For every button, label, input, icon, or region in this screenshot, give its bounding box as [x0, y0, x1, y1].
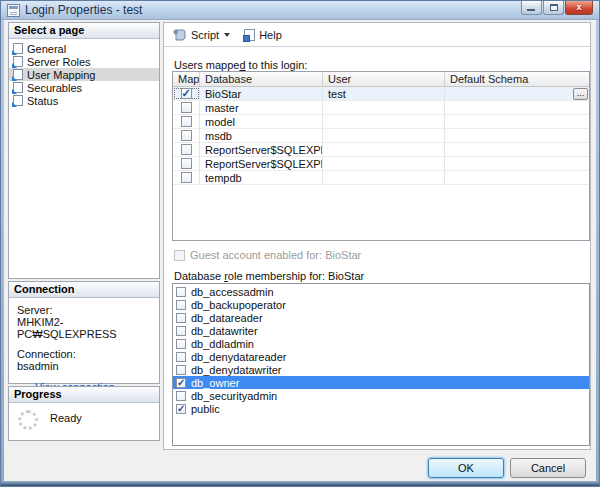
role-name: db_datawriter: [191, 325, 258, 337]
sidebar-item-user-mapping[interactable]: User Mapping: [9, 68, 159, 81]
users-mapped-label: Users mapped to this login:: [174, 59, 307, 71]
role-item[interactable]: db_datawriter: [173, 324, 589, 337]
role-name: db_backupoperator: [191, 299, 286, 311]
role-checkbox[interactable]: [176, 339, 186, 349]
titlebar[interactable]: Login Properties - test x: [1, 1, 599, 20]
map-checkbox[interactable]: [181, 158, 192, 169]
page-icon: [13, 69, 23, 80]
role-item[interactable]: db_ddladmin: [173, 337, 589, 350]
table-row[interactable]: model: [173, 115, 589, 129]
sidebar-item-label: General: [27, 43, 66, 55]
column-header-map[interactable]: Map: [173, 72, 200, 86]
cancel-button[interactable]: Cancel: [510, 458, 586, 478]
user-cell[interactable]: [323, 115, 445, 128]
database-cell: tempdb: [200, 171, 323, 184]
role-name: public: [191, 403, 220, 415]
sidebar-item-label: Securables: [27, 82, 82, 94]
map-checkbox[interactable]: [181, 172, 192, 183]
toolbar: Script Help: [164, 23, 590, 47]
table-row[interactable]: tempdb: [173, 171, 589, 185]
role-item[interactable]: db_securityadmin: [173, 389, 589, 402]
page-icon: [13, 43, 23, 54]
role-item[interactable]: db_denydatareader: [173, 350, 589, 363]
table-row[interactable]: msdb: [173, 129, 589, 143]
role-item[interactable]: db_accessadmin: [173, 285, 589, 298]
role-item[interactable]: db_denydatawriter: [173, 363, 589, 376]
default-schema-cell[interactable]: [445, 129, 589, 142]
role-checkbox[interactable]: [176, 313, 186, 323]
role-item[interactable]: db_datareader: [173, 311, 589, 324]
role-checkbox[interactable]: [176, 300, 186, 310]
role-item[interactable]: db_owner: [173, 376, 589, 389]
select-page-header: Select a page: [9, 23, 159, 39]
default-schema-cell[interactable]: [445, 115, 589, 128]
role-checkbox[interactable]: [176, 287, 186, 297]
default-schema-cell[interactable]: [445, 157, 589, 170]
map-checkbox[interactable]: [181, 130, 192, 141]
maximize-button[interactable]: [543, 1, 564, 15]
role-name: db_owner: [191, 377, 239, 389]
connection-label: Connection:: [17, 348, 155, 360]
table-row[interactable]: BioStar test ...: [173, 87, 589, 101]
sidebar-item-securables[interactable]: Securables: [9, 81, 159, 94]
role-item[interactable]: db_backupoperator: [173, 298, 589, 311]
main-panel: Script Help Users mapped to this login: …: [163, 22, 591, 450]
role-name: db_datareader: [191, 312, 263, 324]
map-checkbox[interactable]: [181, 116, 192, 127]
database-cell: master: [200, 101, 323, 114]
column-header-database[interactable]: Database: [200, 72, 323, 86]
script-label: Script: [191, 29, 219, 41]
map-checkbox[interactable]: [181, 102, 192, 113]
role-checkbox[interactable]: [176, 326, 186, 336]
role-checkbox[interactable]: [176, 365, 186, 375]
sidebar-item-server-roles[interactable]: Server Roles: [9, 55, 159, 68]
ok-button[interactable]: OK: [428, 458, 504, 478]
role-checkbox[interactable]: [176, 404, 186, 414]
select-page-panel: Select a page General Server Roles User …: [8, 22, 160, 279]
default-schema-cell[interactable]: [445, 143, 589, 156]
script-icon: [173, 29, 187, 41]
minimize-button[interactable]: [521, 1, 542, 15]
dialog-body: Select a page General Server Roles User …: [4, 20, 596, 481]
window-icon: [7, 4, 20, 17]
close-icon: x: [566, 2, 592, 12]
browse-schema-button[interactable]: ...: [573, 88, 588, 100]
page-icon: [13, 82, 23, 93]
table-row[interactable]: ReportServer$SQLEXPRESS,..: [173, 157, 589, 171]
default-schema-cell[interactable]: ...: [445, 87, 589, 100]
user-cell[interactable]: [323, 157, 445, 170]
user-cell[interactable]: [323, 101, 445, 114]
role-item[interactable]: public: [173, 402, 589, 415]
column-header-default-schema[interactable]: Default Schema: [445, 72, 589, 86]
default-schema-cell[interactable]: [445, 171, 589, 184]
help-button[interactable]: Help: [240, 27, 286, 43]
table-row[interactable]: master: [173, 101, 589, 115]
map-checkbox[interactable]: [181, 144, 192, 155]
chevron-down-icon[interactable]: [224, 33, 230, 37]
user-cell[interactable]: test: [323, 87, 445, 100]
guest-account-checkbox: [174, 250, 185, 261]
database-cell: ReportServer$SQLEXPRESS,..: [200, 157, 323, 170]
role-checkbox[interactable]: [176, 378, 186, 388]
user-cell[interactable]: [323, 143, 445, 156]
help-label: Help: [259, 29, 282, 41]
page-icon: [13, 95, 23, 106]
script-button[interactable]: Script: [169, 27, 234, 43]
role-checkbox[interactable]: [176, 391, 186, 401]
sidebar-item-status[interactable]: Status: [9, 94, 159, 107]
progress-status: Ready: [50, 412, 82, 424]
user-cell[interactable]: [323, 129, 445, 142]
default-schema-cell[interactable]: [445, 101, 589, 114]
role-name: db_ddladmin: [191, 338, 254, 350]
table-row[interactable]: ReportServer$SQLEXPRESS: [173, 143, 589, 157]
role-name: db_denydatawriter: [191, 364, 282, 376]
map-checkbox[interactable]: [181, 88, 192, 99]
role-name: db_denydatareader: [191, 351, 286, 363]
window-title: Login Properties - test: [25, 3, 142, 17]
sidebar-item-general[interactable]: General: [9, 42, 159, 55]
progress-panel: Progress Ready: [8, 386, 160, 441]
role-checkbox[interactable]: [176, 352, 186, 362]
close-button[interactable]: x: [565, 1, 593, 15]
user-cell[interactable]: [323, 171, 445, 184]
column-header-user[interactable]: User: [323, 72, 445, 86]
